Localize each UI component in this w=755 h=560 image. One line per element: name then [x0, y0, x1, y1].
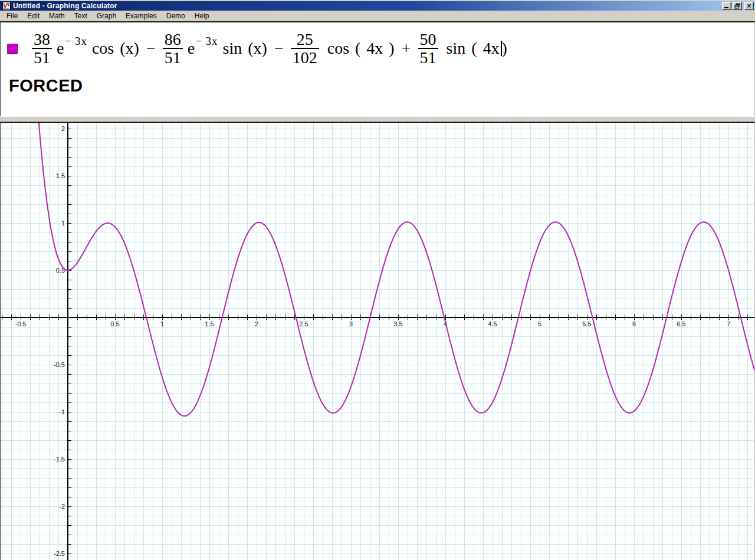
y-tick-label: 2 [61, 125, 65, 132]
fraction: 3851 [32, 31, 52, 67]
pane-splitter[interactable] [0, 116, 755, 122]
window-title: Untitled - Graphing Calculator [13, 2, 117, 10]
annotation-text[interactable]: FORCED [9, 76, 754, 96]
menu-text[interactable]: Text [70, 11, 92, 21]
exp-superscript: − 3x [195, 35, 218, 48]
x-tick-label: 5 [538, 320, 541, 328]
operator: − [146, 39, 156, 58]
x-tick-label: 0.5 [110, 320, 119, 328]
trig-function-close: ) [502, 39, 507, 58]
close-icon: × [747, 3, 751, 9]
x-tick-label: 2.5 [299, 320, 308, 328]
x-tick-label: 3 [349, 320, 353, 328]
menu-bar: File Edit Math Text Graph Examples Demo … [0, 11, 755, 21]
curve-color-swatch[interactable] [8, 44, 18, 54]
x-tick-label: 6.5 [677, 320, 685, 328]
app-icon [2, 2, 11, 10]
graph-pane[interactable]: -0.50.511.522.533.544.555.566.5721.510.5… [0, 122, 755, 560]
exp-base: e [57, 39, 64, 58]
y-tick-label: 1.5 [56, 172, 65, 179]
y-tick-label: 1 [61, 220, 65, 227]
menu-demo[interactable]: Demo [162, 11, 190, 21]
restore-icon [734, 3, 740, 9]
fraction-denominator: 51 [32, 48, 52, 66]
operator: − [274, 39, 284, 58]
minimize-icon [724, 7, 728, 8]
fraction-denominator: 102 [291, 48, 319, 66]
menu-graph[interactable]: Graph [92, 11, 121, 21]
title-bar[interactable]: Untitled - Graphing Calculator × [0, 0, 755, 11]
exp-superscript: − 3x [64, 35, 87, 48]
window-controls: × [722, 2, 754, 10]
menu-examples[interactable]: Examples [121, 11, 162, 21]
trig-function: sin (x) [223, 39, 267, 58]
graph-svg[interactable]: -0.50.511.522.533.544.555.566.5721.510.5… [1, 123, 754, 560]
x-tick-label: 2 [255, 320, 258, 328]
minimize-button[interactable] [722, 2, 731, 10]
fraction: 25102 [291, 31, 319, 67]
y-tick-label: -2.5 [54, 550, 65, 557]
x-tick-label: 4.5 [488, 320, 497, 328]
trig-function: sin ( 4x [447, 39, 500, 58]
x-tick-label: 1 [160, 320, 164, 328]
fraction-numerator: 25 [295, 31, 315, 48]
restore-button[interactable] [733, 2, 742, 10]
x-tick-label: 1.5 [205, 320, 214, 328]
close-button[interactable]: × [744, 2, 754, 10]
menu-math[interactable]: Math [44, 11, 70, 21]
fraction-numerator: 38 [32, 31, 52, 48]
x-tick-label: -0.5 [15, 320, 27, 328]
x-tick-label: 7 [727, 320, 730, 328]
y-tick-label: -1.5 [54, 456, 65, 463]
trig-function: cos (x) [92, 39, 139, 58]
x-tick-label: 5.5 [582, 320, 591, 328]
trig-function: cos ( 4x ) [327, 39, 395, 58]
fraction-denominator: 51 [163, 48, 183, 66]
y-tick-label: -2 [59, 503, 65, 510]
app-window: Untitled - Graphing Calculator × File Ed… [0, 0, 755, 560]
exp-base: e [188, 39, 195, 58]
x-tick-label: 6 [632, 320, 636, 328]
fraction-numerator: 86 [163, 31, 183, 48]
fraction: 5051 [418, 31, 438, 67]
equation-editor[interactable]: 3851e− 3xcos (x)−8651e− 3xsin (x)−25102c… [1, 22, 754, 67]
x-tick-label: 3.5 [393, 320, 402, 328]
equation-pane: 3851e− 3xcos (x)−8651e− 3xsin (x)−25102c… [0, 21, 755, 116]
menu-file[interactable]: File [2, 11, 22, 21]
fraction: 8651 [163, 31, 183, 67]
plot-background [1, 123, 754, 560]
operator: + [402, 39, 411, 58]
fraction-denominator: 51 [418, 48, 438, 66]
menu-edit[interactable]: Edit [22, 11, 44, 21]
y-tick-label: -1 [59, 408, 65, 415]
fraction-numerator: 50 [418, 31, 438, 48]
menu-help[interactable]: Help [190, 11, 214, 21]
y-tick-label: -0.5 [54, 361, 65, 368]
